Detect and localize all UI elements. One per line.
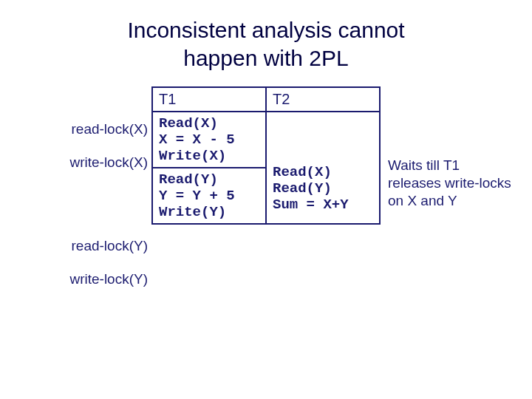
t1-block-1: Read(X) X = X - 5 Write(X) bbox=[152, 112, 266, 168]
annotation-write-lock-y: write-lock(Y) bbox=[63, 271, 148, 287]
annotation-read-lock-y: read-lock(Y) bbox=[63, 238, 148, 254]
slide-title: Inconsistent analysis cannot happen with… bbox=[0, 0, 532, 72]
annotation-write-lock-x: write-lock(X) bbox=[63, 154, 148, 171]
annotation-read-lock-x: read-lock(X) bbox=[63, 121, 148, 137]
header-t2: T2 bbox=[266, 87, 380, 112]
title-line-1: Inconsistent analysis cannot bbox=[127, 18, 404, 42]
diagram-stage: T1 T2 Read(X) X = X - 5 Write(X) Read(X)… bbox=[0, 86, 532, 367]
title-line-2: happen with 2PL bbox=[183, 46, 349, 70]
table-header-row: T1 T2 bbox=[152, 87, 380, 112]
header-t1: T1 bbox=[152, 87, 266, 112]
schedule-table: T1 T2 Read(X) X = X - 5 Write(X) Read(X)… bbox=[151, 86, 381, 225]
table-row: Read(X) X = X - 5 Write(X) Read(X) Read(… bbox=[152, 112, 380, 168]
t2-block: Read(X) Read(Y) Sum = X+Y bbox=[266, 112, 380, 224]
t1-block-2: Read(Y) Y = Y + 5 Write(Y) bbox=[152, 168, 266, 224]
annotation-waits-note: Waits till T1 releases write-locks on X … bbox=[388, 157, 514, 209]
